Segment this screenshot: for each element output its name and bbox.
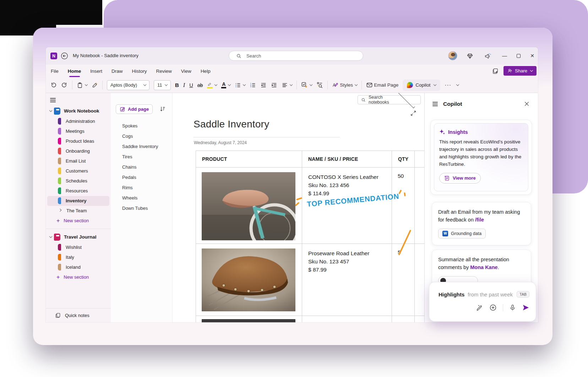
sort-pages-icon[interactable] xyxy=(159,106,166,112)
page-item[interactable]: Down Tubes xyxy=(111,203,172,213)
numbered-list-button[interactable]: 123 xyxy=(250,82,256,88)
product-qty: 5 xyxy=(392,244,415,316)
section-schedules[interactable]: Schedules xyxy=(47,176,109,186)
font-name-select[interactable]: Aptos (Body) xyxy=(107,80,149,90)
page-title[interactable]: Saddle Inventory xyxy=(194,119,269,130)
expand-page-icon[interactable] xyxy=(410,110,416,116)
search-box[interactable]: Search xyxy=(229,51,363,61)
find-tags-icon[interactable] xyxy=(316,82,323,88)
copilot-button[interactable]: Copilot xyxy=(403,80,440,91)
italic-button[interactable]: I xyxy=(183,82,185,88)
copilot-panel-title: Copilot xyxy=(443,101,518,107)
increase-indent-icon[interactable] xyxy=(271,82,277,88)
redo-icon[interactable] xyxy=(61,82,68,88)
new-section-button[interactable]: +New section xyxy=(46,216,111,226)
font-size-select[interactable]: 11 xyxy=(154,80,171,90)
person-mention[interactable]: Mona Kane xyxy=(470,264,497,270)
more-options-button[interactable]: ··· xyxy=(445,82,451,88)
prompt-card-draft-email[interactable]: Draft an Email from my team asking for f… xyxy=(432,202,531,245)
diamond-icon[interactable] xyxy=(467,53,473,59)
section-iceland[interactable]: Iceland xyxy=(47,262,109,272)
maximize-button[interactable] xyxy=(515,52,522,59)
section-administration[interactable]: Administration xyxy=(47,116,109,126)
onenote-logo-icon: N xyxy=(50,53,57,59)
menu-file[interactable]: File xyxy=(51,69,59,74)
format-painter-icon[interactable] xyxy=(92,82,98,88)
section-meetings[interactable]: Meetings xyxy=(47,126,109,136)
styles-button[interactable]: A Styles xyxy=(332,82,357,88)
bullet-list-button[interactable] xyxy=(235,82,245,88)
product-name: Proseware Road Leather xyxy=(308,250,392,258)
section-onboarding[interactable]: Onboarding xyxy=(47,146,109,156)
todo-tag-button[interactable] xyxy=(301,82,312,88)
page-item[interactable]: Chains xyxy=(111,162,172,172)
section-inventory[interactable]: Inventory xyxy=(47,196,109,206)
send-icon[interactable] xyxy=(522,304,529,311)
share-button[interactable]: Share xyxy=(503,66,537,76)
section-product-ideas[interactable]: Product Ideas xyxy=(47,136,109,146)
section-group-the-team[interactable]: The Team xyxy=(47,206,109,216)
menu-home[interactable]: Home xyxy=(68,69,81,74)
email-page-button[interactable]: Email Page xyxy=(366,82,398,88)
menu-draw[interactable]: Draw xyxy=(111,69,123,74)
page-item[interactable]: Spokes xyxy=(111,121,172,131)
section-wishlist[interactable]: Wishlist xyxy=(47,242,109,252)
product-sku: Sku No. 123 456 xyxy=(308,181,392,190)
add-page-button[interactable]: Add page xyxy=(116,104,153,114)
menu-view[interactable]: View xyxy=(181,69,191,74)
search-notebooks-box[interactable]: Search notebooks xyxy=(358,95,421,104)
document-plus-icon xyxy=(444,175,450,181)
add-content-icon[interactable] xyxy=(489,304,497,311)
section-email-list[interactable]: Email List xyxy=(47,156,109,166)
menu-help[interactable]: Help xyxy=(201,69,211,74)
minimize-button[interactable]: — xyxy=(501,52,508,59)
back-button[interactable] xyxy=(61,52,68,60)
section-color-tab xyxy=(58,118,61,125)
section-resources[interactable]: Resources xyxy=(47,186,109,196)
microphone-icon[interactable] xyxy=(509,304,516,311)
page-item[interactable]: Wheels xyxy=(111,193,172,203)
section-italy[interactable]: Italy xyxy=(47,252,109,262)
page-item[interactable]: Tires xyxy=(111,152,172,162)
menu-insert[interactable]: Insert xyxy=(90,69,102,74)
rewrite-pen-icon[interactable] xyxy=(476,304,483,311)
underline-button[interactable]: U xyxy=(189,82,193,88)
grounding-data-button[interactable]: W Grounding data xyxy=(438,229,486,239)
undo-icon[interactable] xyxy=(50,82,57,88)
new-section-button-2[interactable]: +New section xyxy=(46,272,111,282)
menu-history[interactable]: History xyxy=(132,69,147,74)
collapse-ribbon-icon[interactable] xyxy=(456,84,459,86)
page-item[interactable]: Rims xyxy=(111,182,172,193)
quick-notes-button[interactable]: Quick notes xyxy=(46,308,111,322)
search-icon xyxy=(361,98,366,102)
font-color-button[interactable]: A xyxy=(221,82,230,88)
copilot-composer[interactable]: Highlights from the past week TAB xyxy=(429,282,536,322)
sidebar-hamburger-icon[interactable] xyxy=(50,98,56,102)
composer-text: Highlights xyxy=(439,291,464,297)
decrease-indent-icon[interactable] xyxy=(260,82,267,88)
notebook-travel[interactable]: Travel Journal xyxy=(46,232,111,242)
page-item[interactable]: Pedals xyxy=(111,172,172,182)
page-item[interactable]: Saddke Inventory xyxy=(111,141,172,152)
strikethrough-button[interactable]: ab xyxy=(197,82,203,88)
highlighter-button[interactable] xyxy=(207,82,217,88)
avatar[interactable] xyxy=(448,51,457,60)
alignment-button[interactable] xyxy=(282,82,292,88)
notebook-work[interactable]: Work Notebook xyxy=(46,106,111,116)
section-color-tab xyxy=(58,177,61,184)
file-mention[interactable]: /file xyxy=(475,217,484,223)
copilot-close-icon[interactable] xyxy=(524,101,530,107)
page-canvas: Search notebooks Saddle Inventory Wednes… xyxy=(173,93,424,322)
menu-review[interactable]: Review xyxy=(156,69,172,74)
plus-icon: + xyxy=(56,275,60,280)
paste-button[interactable] xyxy=(77,82,87,88)
megaphone-icon[interactable] xyxy=(484,53,491,59)
bold-button[interactable]: B xyxy=(175,82,179,88)
view-more-button[interactable]: View more xyxy=(439,173,481,184)
section-customers[interactable]: Customers xyxy=(47,166,109,176)
header-product: PRODUCT xyxy=(196,151,302,167)
copilot-menu-icon[interactable] xyxy=(432,102,438,106)
side-panel-icon[interactable] xyxy=(492,68,499,74)
page-item[interactable]: Cogs xyxy=(111,131,172,141)
close-button[interactable]: ✕ xyxy=(529,52,536,59)
